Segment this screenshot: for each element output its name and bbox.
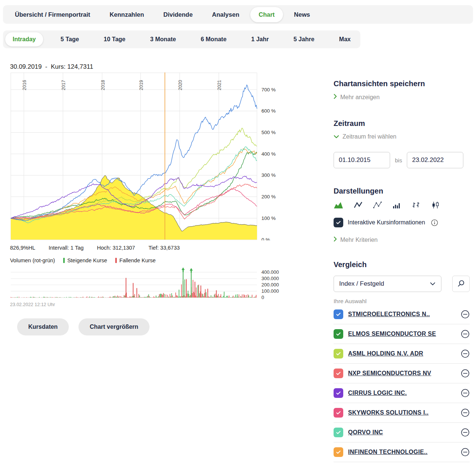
range-tab-max[interactable]: Max bbox=[332, 32, 358, 46]
legend-falling-label: Fallende Kurse bbox=[119, 257, 156, 263]
tab-uebersicht-firmenportrait[interactable]: Übersicht / Firmenportrait bbox=[7, 7, 99, 22]
free-range-link[interactable]: Zeitraum frei wählen bbox=[334, 133, 470, 140]
stat-hl: 826,9%HL bbox=[10, 245, 35, 251]
chevron-right-icon bbox=[334, 94, 337, 101]
compare-checkbox[interactable] bbox=[334, 329, 343, 339]
svg-text:200 %: 200 % bbox=[261, 194, 276, 199]
range-tab-6-monate[interactable]: 6 Monate bbox=[193, 32, 234, 46]
ohlc-chart-icon[interactable] bbox=[412, 201, 421, 209]
range-tab-3-monate[interactable]: 3 Monate bbox=[143, 32, 183, 46]
list-item: SKYWORKS SOLUTIONS I.. bbox=[334, 403, 470, 423]
compare-checkbox[interactable] bbox=[334, 388, 343, 398]
volume-chart[interactable]: 400.000300.000200.000100.0000 bbox=[10, 266, 287, 300]
price-chart[interactable]: 0 %100 %200 %300 %400 %500 %600 %700 %20… bbox=[10, 72, 287, 240]
svg-text:2017: 2017 bbox=[61, 80, 66, 90]
date-range-row: bis bbox=[334, 152, 470, 168]
date-from-input[interactable] bbox=[334, 152, 390, 168]
svg-text:100 %: 100 % bbox=[261, 215, 276, 221]
date-to-input[interactable] bbox=[407, 152, 463, 168]
range-tab-5-jahre[interactable]: 5 Jahre bbox=[286, 32, 322, 46]
falling-volume-icon bbox=[115, 258, 117, 263]
vergleich-title: Vergleich bbox=[334, 260, 470, 269]
svg-text:2016: 2016 bbox=[22, 80, 27, 90]
interactive-info-label: Interaktive Kursinformationen bbox=[348, 219, 425, 226]
compare-item-link[interactable]: STMICROELECTRONICS N.. bbox=[348, 311, 456, 318]
compare-checkbox[interactable] bbox=[334, 369, 343, 378]
svg-text:400.000: 400.000 bbox=[261, 269, 279, 275]
range-tab-intraday[interactable]: Intraday bbox=[5, 32, 43, 46]
remove-icon[interactable] bbox=[461, 448, 470, 457]
compare-select[interactable]: Index / Festgeld bbox=[334, 276, 441, 292]
list-item: CIRRUS LOGIC INC. bbox=[334, 383, 470, 403]
search-button[interactable] bbox=[452, 276, 470, 292]
svg-text:2019: 2019 bbox=[139, 80, 144, 90]
kursdaten-button[interactable]: Kursdaten bbox=[17, 318, 69, 335]
rising-volume-icon bbox=[63, 258, 65, 263]
stat-low: Tief: 33,6733 bbox=[148, 245, 180, 251]
compare-item-link[interactable]: INFINEON TECHNOLOGIE.. bbox=[348, 449, 456, 455]
show-more-link[interactable]: Mehr anzeigen bbox=[334, 94, 470, 101]
chart-stats: 826,9%HL Intervall: 1 Tag Hoch: 312,1307… bbox=[10, 245, 293, 251]
svg-text:2018: 2018 bbox=[100, 80, 106, 90]
list-item: NXP SEMICONDUCTORS NV bbox=[334, 364, 470, 383]
remove-icon[interactable] bbox=[461, 349, 470, 358]
compare-checkbox[interactable] bbox=[334, 447, 343, 457]
compare-item-link[interactable]: ELMOS SEMICONDUCTOR SE bbox=[348, 331, 456, 337]
chart-actions: Kursdaten Chart vergrößern bbox=[17, 318, 293, 335]
remove-icon[interactable] bbox=[461, 389, 470, 398]
svg-text:200.000: 200.000 bbox=[261, 282, 279, 288]
compare-checkbox[interactable] bbox=[334, 428, 343, 437]
range-tab-1-jahr[interactable]: 1 Jahr bbox=[244, 32, 276, 46]
tab-news[interactable]: News bbox=[286, 7, 318, 22]
compare-item-link[interactable]: ASML HOLDING N.V. ADR bbox=[348, 350, 456, 357]
bar-chart-icon[interactable] bbox=[392, 201, 401, 209]
tab-kennzahlen[interactable]: Kennzahlen bbox=[102, 7, 152, 22]
compare-item-link[interactable]: QORVO INC bbox=[348, 429, 456, 436]
zeitraum-title: Zeitraum bbox=[334, 119, 470, 128]
svg-text:300 %: 300 % bbox=[261, 172, 276, 178]
chart-settings-sidebar: Chartansichten speichern Mehr anzeigen Z… bbox=[334, 63, 470, 462]
remove-icon[interactable] bbox=[461, 369, 470, 378]
chevron-down-icon bbox=[424, 282, 441, 286]
svg-text:600 %: 600 % bbox=[261, 108, 276, 114]
search-icon bbox=[457, 279, 465, 289]
darstellungen-title: Darstellungen bbox=[334, 187, 470, 195]
svg-text:300.000: 300.000 bbox=[261, 276, 279, 281]
line-chart-icon[interactable] bbox=[354, 201, 363, 209]
list-item: INFINEON TECHNOLOGIE.. bbox=[334, 442, 470, 462]
compare-select-row: Index / Festgeld bbox=[334, 276, 470, 292]
chart-enlarge-button[interactable]: Chart vergrößern bbox=[78, 318, 149, 335]
tab-chart[interactable]: Chart bbox=[250, 7, 283, 22]
free-range-label: Zeitraum frei wählen bbox=[342, 133, 396, 140]
compare-item-link[interactable]: SKYWORKS SOLUTIONS I.. bbox=[348, 409, 456, 416]
chevron-right-icon bbox=[334, 236, 337, 243]
more-criteria-link[interactable]: Mehr Kriterien bbox=[334, 236, 470, 243]
interactive-info-checkbox[interactable] bbox=[334, 218, 343, 227]
range-tab-10-tage[interactable]: 10 Tage bbox=[96, 32, 133, 46]
remove-icon[interactable] bbox=[461, 408, 470, 417]
compare-item-link[interactable]: NXP SEMICONDUCTORS NV bbox=[348, 370, 456, 377]
candlestick-chart-icon[interactable] bbox=[431, 201, 440, 209]
line-markers-chart-icon[interactable] bbox=[373, 201, 382, 209]
compare-checkbox[interactable] bbox=[334, 408, 343, 418]
mountain-chart-icon[interactable] bbox=[334, 201, 343, 209]
tab-dividende[interactable]: Dividende bbox=[155, 7, 201, 22]
info-icon[interactable] bbox=[431, 219, 438, 226]
range-tab-5-tage[interactable]: 5 Tage bbox=[53, 32, 87, 46]
compare-checkbox[interactable] bbox=[334, 349, 343, 358]
remove-icon[interactable] bbox=[461, 330, 470, 338]
tab-analysen[interactable]: Analysen bbox=[204, 7, 247, 22]
svg-text:0: 0 bbox=[261, 295, 264, 300]
show-more-label: Mehr anzeigen bbox=[340, 94, 380, 101]
remove-icon[interactable] bbox=[461, 310, 470, 319]
svg-text:2020: 2020 bbox=[178, 80, 183, 90]
remove-icon[interactable] bbox=[461, 428, 470, 437]
chart-section: 30.09.2019 - Kurs: 124,7311 0 %100 %200 … bbox=[10, 63, 293, 462]
compare-item-link[interactable]: CIRRUS LOGIC INC. bbox=[348, 390, 456, 396]
vergleich-section: Vergleich Index / Festgeld Ihre Auswahl bbox=[334, 260, 470, 462]
save-views-title: Chartansichten speichern bbox=[334, 80, 470, 88]
compare-checkbox[interactable] bbox=[334, 309, 343, 319]
your-selection-label: Ihre Auswahl bbox=[334, 298, 470, 305]
list-item: ELMOS SEMICONDUCTOR SE bbox=[334, 324, 470, 344]
chevron-down-icon bbox=[334, 133, 339, 140]
